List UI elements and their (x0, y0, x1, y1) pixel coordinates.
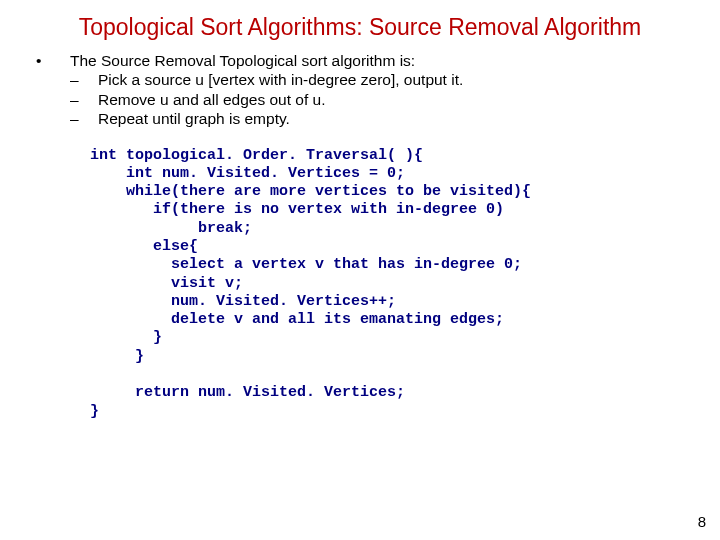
bullet-item: • The Source Removal Topological sort al… (30, 51, 690, 70)
sub-bullet-item: – Remove u and all edges out of u. (30, 90, 690, 109)
sub-bullet-text: Remove u and all edges out of u. (98, 90, 690, 109)
dash-marker: – (70, 109, 98, 128)
sub-bullet-text: Pick a source u [vertex with in-degree z… (98, 70, 690, 89)
dash-marker: – (70, 90, 98, 109)
slide-title: Topological Sort Algorithms: Source Remo… (0, 0, 720, 51)
code-block: int topological. Order. Traversal( ){ in… (30, 129, 690, 421)
slide: Topological Sort Algorithms: Source Remo… (0, 0, 720, 540)
sub-bullet-item: – Repeat until graph is empty. (30, 109, 690, 128)
slide-body: • The Source Removal Topological sort al… (0, 51, 720, 421)
sub-bullet-item: – Pick a source u [vertex with in-degree… (30, 70, 690, 89)
bullet-text: The Source Removal Topological sort algo… (70, 51, 690, 70)
sub-bullet-text: Repeat until graph is empty. (98, 109, 690, 128)
bullet-marker: • (30, 51, 70, 70)
page-number: 8 (698, 513, 706, 530)
dash-marker: – (70, 70, 98, 89)
